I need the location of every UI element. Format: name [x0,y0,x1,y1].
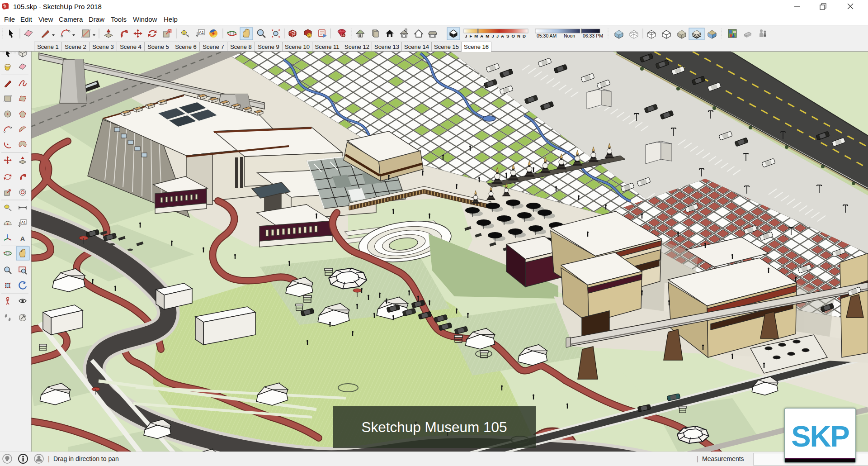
svg-text:JFMAMJJASOND: JFMAMJJASOND [465,33,528,38]
svg-text:Noon: Noon [564,33,575,38]
svg-text:05:30 AM: 05:30 AM [537,33,557,38]
svg-text:A: A [20,235,25,243]
svg-text:06:33 PM: 06:33 PM [583,33,603,38]
svg-text:A1: A1 [21,220,26,224]
svg-text:A1: A1 [199,30,204,35]
